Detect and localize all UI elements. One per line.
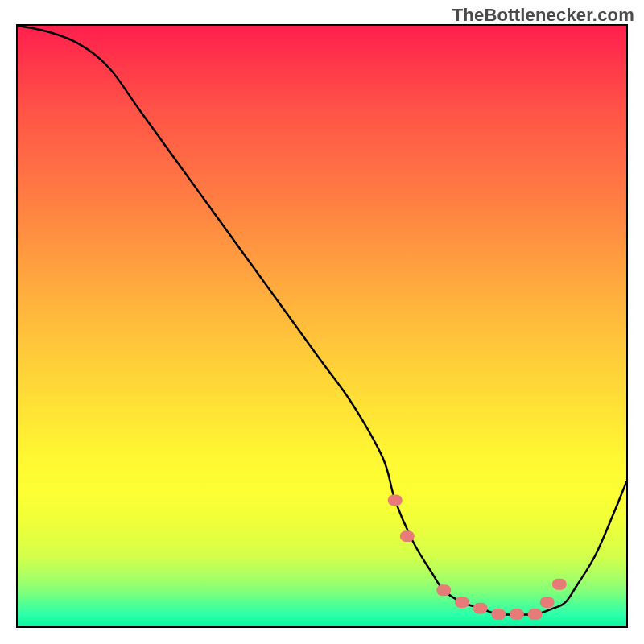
marker-point	[491, 609, 506, 620]
marker-point	[528, 609, 543, 620]
marker-point	[436, 584, 451, 596]
marker-point	[540, 597, 555, 608]
marker-point	[552, 579, 567, 590]
marker-point	[473, 603, 488, 614]
chart-svg	[18, 26, 626, 626]
marker-point	[455, 597, 469, 608]
plot-area	[16, 24, 628, 628]
watermark-label: TheBottlenecker.com	[452, 5, 634, 26]
marker-point	[510, 609, 524, 620]
chart-container: TheBottlenecker.com	[0, 0, 644, 644]
marker-point	[400, 530, 415, 542]
bottleneck-curve	[18, 26, 626, 615]
marker-point	[388, 494, 402, 506]
marker-group	[388, 494, 567, 620]
